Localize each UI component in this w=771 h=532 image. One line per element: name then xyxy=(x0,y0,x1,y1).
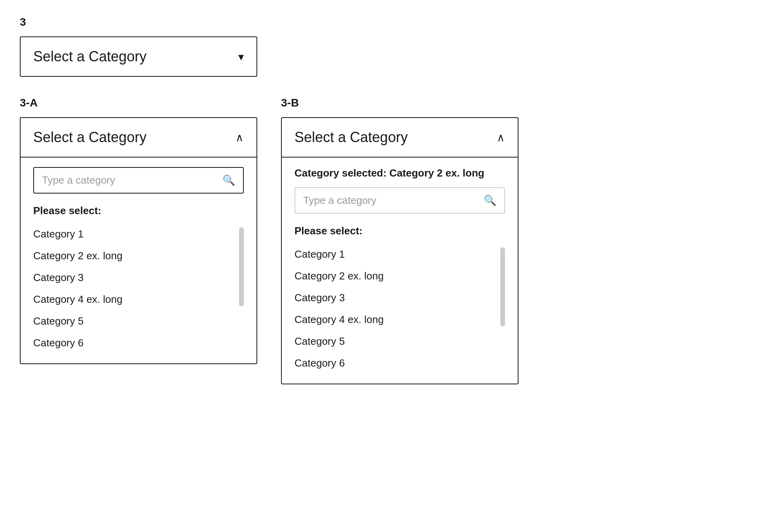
selected-info-3b: Category selected: Category 2 ex. long xyxy=(294,167,505,179)
list-item[interactable]: Category 5 xyxy=(294,331,496,352)
section-3-label: 3 xyxy=(20,16,751,28)
search-icon-3b: 🔍 xyxy=(484,194,496,207)
list-item[interactable]: Category 4 ex. long xyxy=(33,289,234,310)
list-item[interactable]: Category 6 xyxy=(294,352,496,374)
search-box-3a[interactable]: 🔍 xyxy=(33,167,244,194)
dropdown-3b-header[interactable]: Select a Category ∧ xyxy=(282,118,518,158)
search-box-3b[interactable]: 🔍 xyxy=(294,187,505,214)
scrollbar-3b[interactable] xyxy=(500,247,505,327)
list-item[interactable]: Category 3 xyxy=(33,267,234,289)
list-item[interactable]: Category 6 xyxy=(33,332,234,354)
list-item[interactable]: Category 3 xyxy=(294,287,496,309)
section-3b-label: 3-B xyxy=(281,97,518,109)
dropdown-closed-label: Select a Category xyxy=(33,48,146,65)
dropdown-3b: Select a Category ∧ Category selected: C… xyxy=(281,117,518,384)
please-select-3a: Please select: xyxy=(33,205,244,217)
list-item[interactable]: Category 4 ex. long xyxy=(294,309,496,331)
category-list-3a: Category 1 Category 2 ex. long Category … xyxy=(33,223,234,354)
dropdown-3a: Select a Category ∧ 🔍 Please select: Cat… xyxy=(20,117,257,364)
dropdown-closed[interactable]: Select a Category ▾ xyxy=(20,36,257,77)
search-icon-3a: 🔍 xyxy=(222,174,235,186)
list-item[interactable]: Category 2 ex. long xyxy=(294,265,496,287)
list-item[interactable]: Category 5 xyxy=(33,310,234,332)
section-3a-label: 3-A xyxy=(20,97,257,109)
list-item[interactable]: Category 1 xyxy=(33,223,234,245)
list-item[interactable]: Category 1 xyxy=(294,243,496,265)
dropdown-3a-label: Select a Category xyxy=(33,129,146,146)
list-item[interactable]: Category 2 ex. long xyxy=(33,245,234,267)
please-select-3b: Please select: xyxy=(294,225,505,237)
scrollbar-3a[interactable] xyxy=(239,227,244,306)
chevron-down-icon: ▾ xyxy=(238,50,244,63)
chevron-up-icon-3a: ∧ xyxy=(235,131,244,144)
search-input-3a[interactable] xyxy=(42,174,222,186)
category-list-3b: Category 1 Category 2 ex. long Category … xyxy=(294,243,496,374)
dropdown-3a-header[interactable]: Select a Category ∧ xyxy=(21,118,256,158)
search-input-3b[interactable] xyxy=(303,194,484,207)
chevron-up-icon-3b: ∧ xyxy=(497,131,505,144)
dropdown-3b-label: Select a Category xyxy=(294,129,408,146)
